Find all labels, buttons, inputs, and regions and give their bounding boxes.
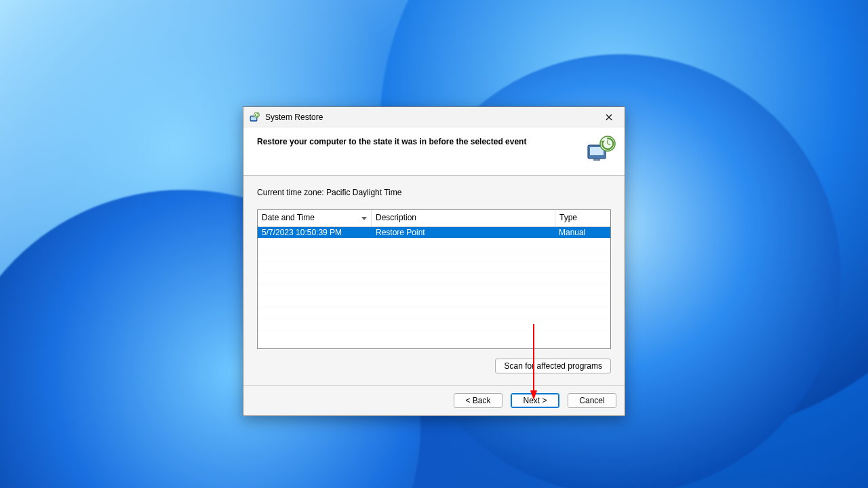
sort-descending-icon <box>361 214 367 223</box>
desktop-wallpaper: System Restore Restore your computer to … <box>0 0 868 488</box>
close-button[interactable] <box>593 107 625 127</box>
titlebar[interactable]: System Restore <box>243 107 625 127</box>
close-icon <box>606 114 612 121</box>
wizard-footer: < Back Next > Cancel <box>243 385 625 415</box>
window-title: System Restore <box>265 113 593 122</box>
list-header: Date and Time Description Type <box>258 210 610 227</box>
wizard-header: Restore your computer to the state it wa… <box>243 127 625 176</box>
column-header-type[interactable]: Type <box>555 210 610 226</box>
next-button[interactable]: Next > <box>511 393 559 408</box>
system-restore-icon <box>249 112 260 123</box>
system-restore-dialog: System Restore Restore your computer to … <box>243 106 625 416</box>
wizard-heading: Restore your computer to the state it wa… <box>257 136 585 146</box>
restore-points-list[interactable]: Date and Time Description Type 5/7/2023 <box>257 209 611 349</box>
wizard-body: Current time zone: Pacific Daylight Time… <box>243 176 625 385</box>
cell-type: Manual <box>555 227 610 238</box>
restore-point-row[interactable]: 5/7/2023 10:50:39 PM Restore Point Manua… <box>258 227 610 238</box>
cancel-button[interactable]: Cancel <box>568 393 616 408</box>
scan-button-row: Scan for affected programs <box>257 359 611 373</box>
svg-rect-5 <box>593 159 600 161</box>
column-header-date[interactable]: Date and Time <box>258 210 372 226</box>
system-restore-large-icon <box>585 136 616 163</box>
timezone-label: Current time zone: Pacific Daylight Time <box>257 188 611 197</box>
column-header-description[interactable]: Description <box>372 210 555 226</box>
column-header-description-label: Description <box>376 213 416 222</box>
back-button[interactable]: < Back <box>454 393 502 408</box>
column-header-type-label: Type <box>559 213 577 222</box>
svg-point-2 <box>254 112 260 117</box>
cell-description: Restore Point <box>372 227 555 238</box>
column-header-date-label: Date and Time <box>262 213 315 222</box>
list-rows: 5/7/2023 10:50:39 PM Restore Point Manua… <box>258 227 610 348</box>
cell-date: 5/7/2023 10:50:39 PM <box>258 227 372 238</box>
scan-affected-programs-button[interactable]: Scan for affected programs <box>495 359 611 373</box>
